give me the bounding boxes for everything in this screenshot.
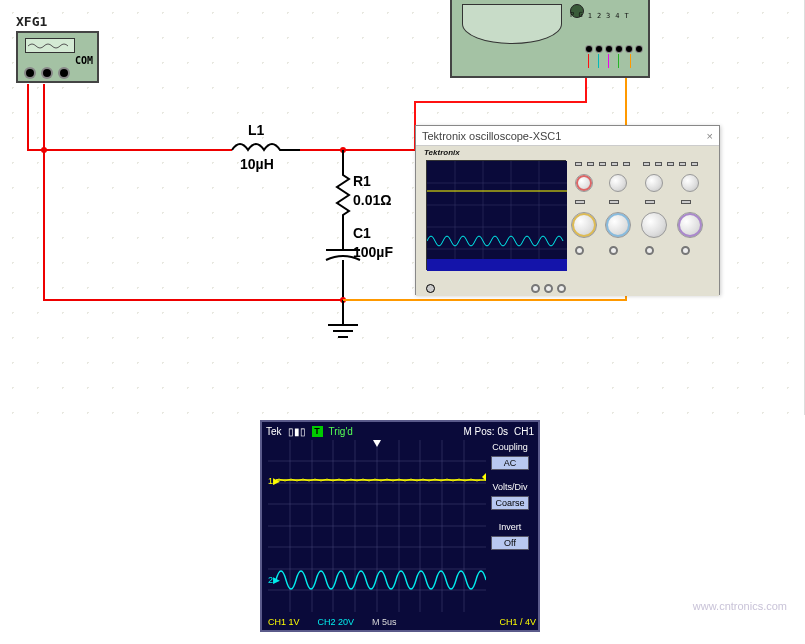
scope-brand: Tektronix [424,148,460,157]
scope-port-t[interactable] [636,46,642,52]
scope-port-3[interactable] [616,46,622,52]
scope-icon-screen [462,4,562,44]
funcgen-port-minus[interactable] [43,69,51,77]
bnc-1-icon[interactable] [575,246,584,255]
lead-wire-1 [588,54,589,68]
scope-window-titlebar[interactable]: Tektronix oscilloscope-XSC1 × [416,126,719,146]
position-knob-1[interactable] [575,174,593,192]
bnc-ch2-icon[interactable] [544,284,553,293]
hdr-trig: Trig'd [329,426,353,437]
side-invert-label: Invert [486,520,534,534]
side-coupling-label: Coupling [486,440,534,454]
svg-point-3 [41,147,47,153]
scope-port-p[interactable] [586,46,592,52]
ch-btn-1[interactable] [575,200,585,204]
l1-val: 10µH [240,156,274,172]
ch-btn-3[interactable] [645,200,655,204]
side-coarse-button[interactable]: Coarse [491,496,529,510]
bnc-ch1-icon[interactable] [531,284,540,293]
scope-port-2[interactable] [606,46,612,52]
scope-side-menu: Coupling AC Volts/Div Coarse Invert Off [486,440,534,550]
position-knob-2[interactable] [609,174,627,192]
lead-wire-4 [618,54,619,68]
oscilloscope-panel-icon[interactable]: P G 1 2 3 4 T [450,0,650,78]
side-ac-button[interactable]: AC [491,456,529,470]
svg-rect-7 [427,161,567,271]
port-label-4: 4 [615,12,619,20]
bnc-2-icon[interactable] [609,246,618,255]
ch-btn-4[interactable] [681,200,691,204]
menu-btn-9[interactable] [679,162,686,166]
svg-point-2 [340,297,346,303]
function-generator-xfg1[interactable]: XFG1 COM [16,14,99,83]
hdr-ch: CH1 [514,426,534,437]
close-icon[interactable]: × [707,130,713,142]
scope-port-4[interactable] [626,46,632,52]
circuit-canvas[interactable]: XFG1 COM P G 1 2 3 4 T [0,0,805,415]
funcgen-screen [25,38,75,53]
funcgen-refdes: XFG1 [16,14,99,29]
funcgen-body[interactable]: COM [16,31,99,83]
scope-header: Tek ▯▮▯ T Trig'd M Pos: 0s CH1 [262,422,538,440]
menu-btn-1[interactable] [575,162,582,166]
scale-knob-trig[interactable] [677,212,703,238]
menu-btn-4[interactable] [611,162,618,166]
menu-btn-6[interactable] [643,162,650,166]
funcgen-ports [26,69,68,77]
ftr-m: M 5us [372,617,397,627]
svg-text:2▶: 2▶ [268,575,280,585]
menu-btn-7[interactable] [655,162,662,166]
funcgen-port-plus[interactable] [26,69,34,77]
menu-btn-3[interactable] [599,162,606,166]
r1-ref: R1 [353,173,371,189]
port-label-1: 1 [588,12,592,20]
scope-bottom-row [426,284,566,293]
r1-val: 0.01Ω [353,192,391,208]
scale-knob-ch2[interactable] [605,212,631,238]
bnc-ext-icon[interactable] [557,284,566,293]
bnc-4-icon[interactable] [681,246,690,255]
lead-wire-3 [608,54,609,68]
funcgen-port-com[interactable] [60,69,68,77]
menu-btn-10[interactable] [691,162,698,166]
svg-rect-16 [427,259,567,271]
scope-mini-screen [426,160,566,270]
menu-btn-2[interactable] [587,162,594,166]
c1-ref: C1 [353,225,371,241]
port-label-2: 2 [597,12,601,20]
scope-icon-port-labels: P G 1 2 3 4 T [570,12,629,20]
l1-ref: L1 [248,122,264,138]
scope-display-zoom[interactable]: Tek ▯▮▯ T Trig'd M Pos: 0s CH1 [260,420,540,632]
bnc-3-icon[interactable] [645,246,654,255]
scope-footer: CH1 1V CH2 20V M 5us CH1 / 4V [268,617,536,627]
lead-wire-2 [598,54,599,68]
side-off-button[interactable]: Off [491,536,529,550]
c1-val: 100µF [353,244,393,260]
scale-knob-ch1[interactable] [571,212,597,238]
scope-port-1[interactable] [596,46,602,52]
scope-window-title: Tektronix oscilloscope-XSC1 [422,130,561,142]
port-label-t: T [625,12,629,20]
funcgen-com-label: COM [75,55,93,66]
ftr-trg: CH1 / 4V [499,617,536,627]
hdr-tek: Tek [266,426,282,437]
menu-btn-5[interactable] [623,162,630,166]
menu-btn-8[interactable] [667,162,674,166]
ch-btn-2[interactable] [609,200,619,204]
port-label-3: 3 [606,12,610,20]
scale-knob-time[interactable] [641,212,667,238]
position-knob-4[interactable] [681,174,699,192]
scope-plot: 1▶ 2▶ [268,440,486,612]
scope-icon-ports [586,46,642,52]
lead-wire-t [630,54,631,68]
trigd-icon: T [312,426,323,437]
position-knob-3[interactable] [645,174,663,192]
run-icon: ▯▮▯ [288,426,306,437]
hdr-mpos: M Pos: 0s [464,426,508,437]
oscilloscope-window[interactable]: Tektronix oscilloscope-XSC1 × Tektronix [415,125,720,295]
scope-knob-area [571,160,716,290]
watermark: www.cntronics.com [693,600,787,612]
svg-text:1▶: 1▶ [268,476,280,486]
power-knob-icon[interactable] [426,284,435,293]
ftr-ch2: CH2 20V [318,617,355,627]
